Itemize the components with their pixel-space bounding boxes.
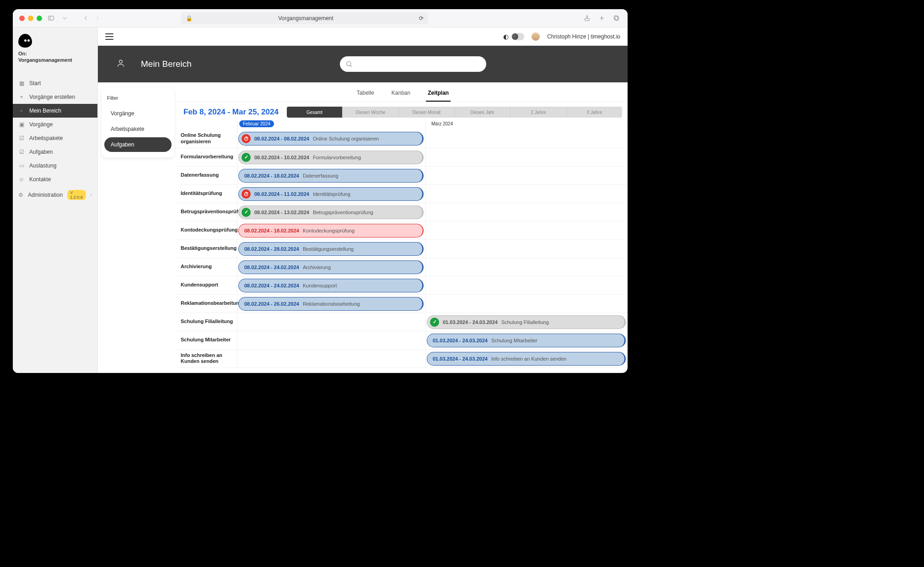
filter-item-0[interactable]: Vorgänge <box>104 106 172 121</box>
row-label: Info schreiben an Kunden senden <box>178 350 237 368</box>
task-name: Identitätsprüfung <box>313 191 350 197</box>
status-badge-icon <box>242 153 251 162</box>
version-badge: V 1.2.0.9 <box>67 190 86 200</box>
page-header-band: Mein Bereich <box>98 46 628 82</box>
task-bar[interactable]: 08.02.2024 - 18.02.2024 Datenerfassung <box>238 169 424 183</box>
chevron-down-icon[interactable] <box>59 13 70 23</box>
task-bar[interactable]: 08.02.2024 - 28.02.2024 Bestätigungserst… <box>238 242 424 256</box>
sidebar-item-label: Administration <box>28 192 63 198</box>
task-bar[interactable]: 08.02.2024 - 18.02.2024 Kontodeckungsprü… <box>238 224 424 238</box>
range-segment-0[interactable]: Gesamt <box>287 107 343 118</box>
task-bar[interactable]: 08.02.2024 - 08.02.2024 Online Schulung … <box>238 132 424 146</box>
task-bar[interactable]: 08.02.2024 - 26.02.2024 Reklamationsbear… <box>238 297 424 311</box>
row-label: Online Schulung organisieren <box>178 130 237 148</box>
row-label: Archivierung <box>178 258 237 276</box>
task-dates: 08.02.2024 - 13.02.2024 <box>254 210 309 215</box>
status-badge-icon <box>430 318 439 327</box>
sidebar-item-5[interactable]: ☑ Aufgaben <box>13 145 97 159</box>
task-dates: 01.03.2024 - 24.03.2024 <box>433 356 488 362</box>
sidebar-item-label: Kontakte <box>29 176 51 183</box>
task-name: Reklamationsbearbeitung <box>303 301 360 307</box>
view-tab-tabelle[interactable]: Tabelle <box>355 87 376 102</box>
page-title: Vorgangsmanagement <box>196 15 415 22</box>
range-segment-4[interactable]: 2 Jahre <box>510 107 566 118</box>
month-label-mar: März 2024 <box>428 120 457 127</box>
task-bar[interactable]: 01.03.2024 - 24.03.2024 Schulung Filiall… <box>427 315 626 329</box>
task-name: Online Schulung organisieren <box>313 136 379 141</box>
nav-back-button[interactable] <box>81 13 91 23</box>
theme-toggle[interactable] <box>511 33 524 40</box>
sidebar-item-label: Auslastung <box>29 162 56 169</box>
task-dates: 08.02.2024 - 26.02.2024 <box>244 301 299 307</box>
filter-item-2[interactable]: Aufgaben <box>104 137 172 152</box>
timeline-row: Info schreiben an Kunden senden 01.03.20… <box>178 350 628 368</box>
new-tab-icon[interactable] <box>596 13 607 23</box>
task-bar[interactable]: 08.02.2024 - 10.02.2024 Formularvorberei… <box>238 151 424 164</box>
task-name: Archivierung <box>303 265 331 270</box>
sidebar-item-6[interactable]: ▭ Auslastung <box>13 159 97 173</box>
timeline-row: Schulung Mitarbeiter 01.03.2024 - 24.03.… <box>178 331 628 350</box>
sidebar-item-7[interactable]: ☺ Kontakte <box>13 173 97 186</box>
close-window-button[interactable] <box>19 16 25 21</box>
user-avatar[interactable] <box>532 32 540 41</box>
row-label: Identitätsprüfung <box>178 185 237 203</box>
range-segment-5[interactable]: 3 Jahre <box>567 107 622 118</box>
app-topbar: ◐ Christoph Hinze | timeghost.io <box>98 27 628 46</box>
sidebar-item-3[interactable]: ▣ Vorgänge <box>13 118 97 131</box>
sidebar-toggle-icon[interactable] <box>46 13 56 23</box>
sidebar-item-8[interactable]: ⚙ Administration V 1.2.0.9 › <box>13 186 97 204</box>
task-bar[interactable]: 08.02.2024 - 13.02.2024 Betrugspräventio… <box>238 205 424 219</box>
row-label: Bestätigungserstellung <box>178 240 237 258</box>
status-badge-icon <box>242 208 251 217</box>
range-segment-2[interactable]: Diesen Monat <box>399 107 455 118</box>
sidebar-item-0[interactable]: ▦ Start <box>13 76 97 90</box>
sidebar-item-icon: ☑ <box>18 135 25 141</box>
task-name: Schulung Filialleitung <box>501 319 549 325</box>
sidebar-item-1[interactable]: + Vorgänge erstellen <box>13 90 97 104</box>
sidebar-item-2[interactable]: ◦ Mein Bereich <box>13 104 97 118</box>
task-bar[interactable]: 08.02.2024 - 24.02.2024 Kundensupport <box>238 279 424 292</box>
url-bar[interactable]: 🔒 Vorgangsmanagement ⟳ <box>181 12 428 24</box>
svg-rect-6 <box>614 16 618 20</box>
search-input[interactable] <box>340 56 486 72</box>
tabs-icon[interactable] <box>611 13 621 23</box>
task-bar[interactable]: 08.02.2024 - 24.02.2024 Archivierung <box>238 260 424 274</box>
hamburger-menu-button[interactable] <box>105 33 113 40</box>
timeline-row: Formularvorbereitung 08.02.2024 - 10.02.… <box>178 148 628 167</box>
timeline-row: Bestätigungserstellung 08.02.2024 - 28.0… <box>178 240 628 258</box>
filter-item-1[interactable]: Arbeitspakete <box>104 122 172 136</box>
reload-icon[interactable]: ⟳ <box>419 15 424 22</box>
timeline-row: Kundensupport 08.02.2024 - 24.02.2024 Ku… <box>178 276 628 295</box>
task-bar[interactable]: 01.03.2024 - 24.03.2024 Schulung Mitarbe… <box>427 334 626 347</box>
maximize-window-button[interactable] <box>37 16 42 21</box>
sidebar-item-label: Vorgänge <box>29 121 53 128</box>
traffic-lights <box>19 16 42 21</box>
share-icon[interactable] <box>582 13 592 23</box>
task-dates: 08.02.2024 - 11.02.2024 <box>254 191 309 197</box>
app-sidebar: On: Vorgangsmanagement ▦ Start + Vorgäng… <box>13 27 98 373</box>
range-segment-1[interactable]: Diesen Woche <box>343 107 398 118</box>
svg-line-9 <box>350 65 352 67</box>
sidebar-item-label: Start <box>29 80 41 86</box>
status-badge-icon <box>242 189 251 199</box>
task-bar[interactable]: 08.02.2024 - 11.02.2024 Identitätsprüfun… <box>238 187 424 201</box>
minimize-window-button[interactable] <box>28 16 33 21</box>
view-tab-zeitplan[interactable]: Zeitplan <box>426 87 451 102</box>
view-tab-kanban[interactable]: Kanban <box>390 87 412 102</box>
task-dates: 08.02.2024 - 24.02.2024 <box>244 265 299 270</box>
nav-forward-button[interactable] <box>92 13 102 23</box>
range-segment-3[interactable]: Dieses Jahr <box>455 107 510 118</box>
task-dates: 08.02.2024 - 10.02.2024 <box>254 155 309 160</box>
timeline-row: Identitätsprüfung 08.02.2024 - 11.02.202… <box>178 185 628 203</box>
date-range-title: Feb 8, 2024 - Mar 25, 2024 <box>183 108 279 117</box>
sidebar-item-label: Aufgaben <box>29 149 53 155</box>
page-heading: Mein Bereich <box>141 59 192 69</box>
row-label: Reklamationsbearbeitung <box>178 295 237 313</box>
timeline-row: Archivierung 08.02.2024 - 24.02.2024 Arc… <box>178 258 628 276</box>
task-name: Formularvorbereitung <box>313 155 361 160</box>
user-label: Christoph Hinze | timeghost.io <box>547 33 620 40</box>
sidebar-item-icon: ▦ <box>18 80 25 86</box>
task-bar[interactable]: 01.03.2024 - 24.03.2024 Info schreiben a… <box>427 352 626 366</box>
sidebar-item-4[interactable]: ☑ Arbeitspakete <box>13 131 97 145</box>
sidebar-item-label: Mein Bereich <box>29 108 61 114</box>
